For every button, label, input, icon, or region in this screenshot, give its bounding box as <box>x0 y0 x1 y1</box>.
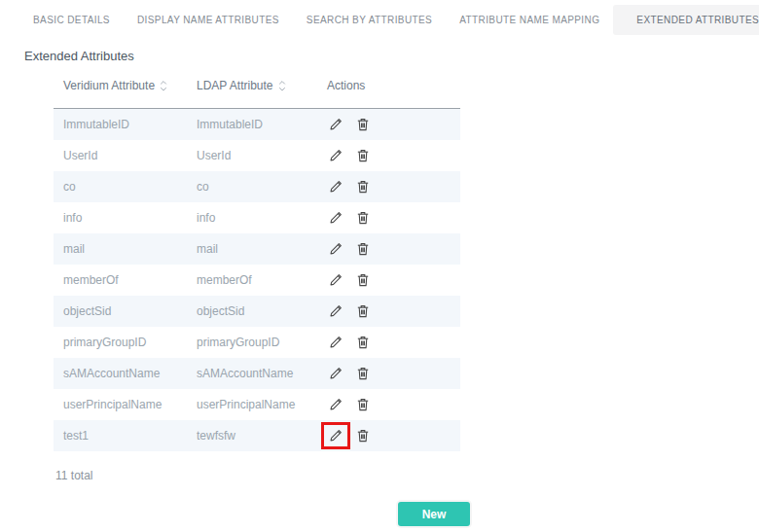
actions-cell <box>327 173 460 200</box>
column-header-label: LDAP Attribute <box>197 79 273 92</box>
column-header-veridium-attribute[interactable]: Veridium Attribute <box>54 78 197 108</box>
edit-button[interactable] <box>321 329 350 356</box>
tab-basic-details[interactable]: BASIC DETAILS <box>19 5 124 35</box>
veridium-attribute-cell: userPrincipalName <box>54 398 197 411</box>
trash-icon <box>355 148 371 163</box>
ldap-attribute-cell: info <box>197 211 327 225</box>
column-header-label: Veridium Attribute <box>63 79 155 92</box>
ldap-attribute-cell: ImmutableID <box>197 118 327 131</box>
table-row: test1tewfsfw <box>54 420 460 451</box>
pencil-icon <box>328 366 343 381</box>
tab-extended-attributes[interactable]: EXTENDED ATTRIBUTES <box>613 5 759 35</box>
extended-attributes-table: Veridium Attribute LDAP Attribute Action… <box>54 78 460 451</box>
delete-button[interactable] <box>352 173 374 200</box>
table-row: memberOfmemberOf <box>54 265 460 296</box>
footer-actions: New <box>0 502 759 526</box>
veridium-attribute-cell: info <box>54 211 197 225</box>
actions-cell <box>327 142 460 169</box>
trash-icon <box>355 303 371 319</box>
veridium-attribute-cell: test1 <box>54 429 197 443</box>
edit-button[interactable] <box>321 111 350 138</box>
actions-cell <box>327 329 460 356</box>
column-header-actions: Actions <box>327 78 460 108</box>
column-header-label: Actions <box>327 79 365 92</box>
veridium-attribute-cell: UserId <box>54 149 197 162</box>
trash-icon <box>355 428 371 443</box>
actions-cell <box>327 111 460 138</box>
ldap-attribute-cell: userPrincipalName <box>197 398 327 411</box>
table-row: infoinfo <box>54 202 460 233</box>
trash-icon <box>355 241 371 257</box>
table-row: sAMAccountNamesAMAccountName <box>54 358 460 389</box>
ldap-attribute-cell: sAMAccountName <box>197 367 327 380</box>
veridium-attribute-cell: mail <box>54 242 197 256</box>
edit-button[interactable] <box>321 266 350 294</box>
actions-cell <box>327 298 460 325</box>
veridium-attribute-cell: ImmutableID <box>54 118 197 131</box>
actions-cell <box>327 266 460 294</box>
veridium-attribute-cell: co <box>54 180 197 194</box>
tab-search-by-attributes[interactable]: SEARCH BY ATTRIBUTES <box>293 5 446 35</box>
edit-button[interactable] <box>321 391 350 418</box>
trash-icon <box>355 335 371 350</box>
edit-button[interactable] <box>321 422 350 449</box>
actions-cell <box>327 360 460 387</box>
ldap-attribute-cell: mail <box>197 242 327 256</box>
pencil-icon <box>328 272 343 288</box>
pencil-icon <box>328 148 343 163</box>
edit-button[interactable] <box>321 173 350 200</box>
veridium-attribute-cell: primaryGroupID <box>54 336 197 349</box>
actions-cell <box>327 204 460 231</box>
delete-button[interactable] <box>352 266 374 294</box>
delete-button[interactable] <box>352 235 374 263</box>
table-header-row: Veridium Attribute LDAP Attribute Action… <box>54 78 460 109</box>
pencil-icon <box>328 397 343 412</box>
new-button[interactable]: New <box>398 502 470 526</box>
pencil-icon <box>328 428 343 443</box>
delete-button[interactable] <box>352 298 374 325</box>
actions-cell <box>327 422 460 449</box>
total-count: 11 total <box>55 469 759 482</box>
trash-icon <box>355 117 371 132</box>
pencil-icon <box>328 179 343 195</box>
pencil-icon <box>328 117 343 132</box>
veridium-attribute-cell: memberOf <box>54 273 197 287</box>
pencil-icon <box>328 241 343 257</box>
table-row: userPrincipalNameuserPrincipalName <box>54 389 460 420</box>
pencil-icon <box>328 335 343 350</box>
page-title: Extended Attributes <box>24 49 759 63</box>
ldap-attribute-cell: tewfsfw <box>197 429 327 443</box>
delete-button[interactable] <box>352 142 374 169</box>
tab-display-name-attributes[interactable]: DISPLAY NAME ATTRIBUTES <box>124 5 293 35</box>
edit-button[interactable] <box>321 142 350 169</box>
edit-button[interactable] <box>321 204 350 231</box>
table-row: UserIdUserId <box>54 140 460 171</box>
ldap-attribute-cell: UserId <box>197 149 327 162</box>
edit-button[interactable] <box>321 360 350 387</box>
edit-button[interactable] <box>321 298 350 325</box>
pencil-icon <box>328 303 343 319</box>
trash-icon <box>355 366 371 381</box>
ldap-attribute-cell: co <box>197 180 327 194</box>
veridium-attribute-cell: sAMAccountName <box>54 367 197 380</box>
column-header-ldap-attribute[interactable]: LDAP Attribute <box>197 78 327 108</box>
edit-button[interactable] <box>321 235 350 263</box>
delete-button[interactable] <box>352 204 374 231</box>
sort-arrows-icon[interactable] <box>278 80 286 92</box>
sort-arrows-icon[interactable] <box>160 80 167 92</box>
delete-button[interactable] <box>352 360 374 387</box>
table-row: ImmutableIDImmutableID <box>54 109 460 140</box>
delete-button[interactable] <box>352 391 374 418</box>
trash-icon <box>355 272 371 288</box>
delete-button[interactable] <box>352 111 374 138</box>
delete-button[interactable] <box>352 422 374 449</box>
actions-cell <box>327 391 460 418</box>
ldap-attribute-cell: memberOf <box>197 273 327 287</box>
tab-bar: BASIC DETAILSDISPLAY NAME ATTRIBUTESSEAR… <box>0 0 759 37</box>
trash-icon <box>355 210 371 226</box>
table-row: primaryGroupIDprimaryGroupID <box>54 327 460 358</box>
pencil-icon <box>328 210 343 226</box>
tab-attribute-name-mapping[interactable]: ATTRIBUTE NAME MAPPING <box>446 5 613 35</box>
trash-icon <box>355 397 371 412</box>
delete-button[interactable] <box>352 329 374 356</box>
